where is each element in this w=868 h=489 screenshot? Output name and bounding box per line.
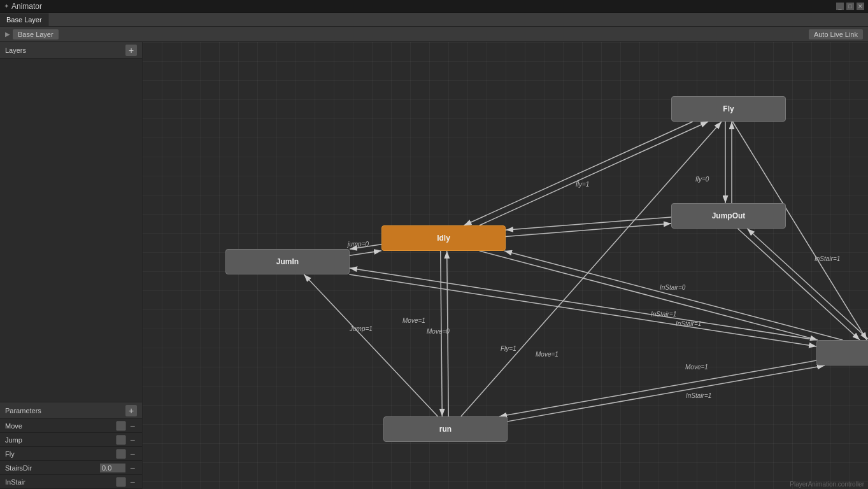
param-row-move: Move− (0, 419, 142, 433)
params-section: Parameters + Move−Jump−Fly−StairsDir−InS… (0, 402, 142, 489)
tab-base-layer-label: Base Layer (6, 16, 42, 24)
param-name-fly: Fly (5, 450, 114, 458)
close-button[interactable]: ✕ (857, 3, 864, 10)
param-minus-instair[interactable]: − (128, 478, 137, 486)
param-checkbox-jump[interactable] (117, 436, 125, 444)
svg-line-8 (350, 244, 381, 250)
param-checkbox-fly[interactable] (117, 450, 125, 458)
params-title: Parameters (5, 407, 125, 415)
svg-line-14 (504, 251, 843, 340)
param-value-stairsdir[interactable] (100, 464, 125, 472)
titlebar-controls: _ □ ✕ (836, 3, 864, 10)
svg-line-6 (506, 217, 671, 230)
svg-line-12 (508, 365, 825, 422)
main-layout: Layers + Parameters + Move−Jump−Fly−Stai… (0, 42, 868, 489)
svg-line-11 (461, 122, 722, 416)
param-minus-jump[interactable]: − (128, 436, 137, 444)
node-jumpout[interactable]: JumpOut (671, 203, 786, 229)
param-name-move: Move (5, 422, 114, 430)
footer-text: PlayerAnimation.controller (790, 481, 864, 488)
param-minus-stairsdir[interactable]: − (128, 464, 137, 472)
node-fly[interactable]: Fly (671, 96, 786, 122)
topbar: ▶ Base Layer Auto Live Link (0, 27, 868, 42)
node-idly[interactable]: Idly (381, 225, 506, 251)
left-panel: Layers + Parameters + Move−Jump−Fly−Stai… (0, 42, 143, 489)
svg-line-9 (441, 251, 443, 416)
layers-add-button[interactable]: + (125, 45, 137, 56)
node-run[interactable]: run (383, 416, 508, 442)
params-list: Move−Jump−Fly−StairsDir−InStair− (0, 419, 142, 489)
params-header: Parameters + (0, 402, 142, 419)
param-checkbox-move[interactable] (117, 422, 125, 430)
param-row-stairsdir: StairsDir− (0, 461, 142, 475)
svg-line-10 (447, 251, 449, 416)
node-jumin[interactable]: JumIn (225, 249, 350, 274)
param-minus-fly[interactable]: − (128, 450, 137, 458)
maximize-button[interactable]: □ (846, 3, 854, 10)
breadcrumb-arrow: ▶ (5, 31, 10, 38)
param-row-jump: Jump− (0, 433, 142, 447)
svg-line-5 (506, 223, 671, 236)
tab-base-layer[interactable]: Base Layer (0, 13, 49, 26)
svg-line-7 (350, 251, 381, 256)
footer: PlayerAnimation.controller (786, 479, 868, 489)
param-name-jump: Jump (5, 436, 114, 444)
param-name-instair: InStair (5, 478, 114, 486)
param-name-stairsdir: StairsDir (5, 464, 97, 472)
canvas-area[interactable]: FlyJumpOutIdlyJumInStairsrun fly=1fly=0j… (143, 42, 868, 489)
tabbar: Base Layer (0, 13, 868, 27)
svg-line-21 (732, 122, 867, 340)
titlebar: ✦ Animator _ □ ✕ (0, 0, 868, 13)
param-row-instair: InStair− (0, 475, 142, 489)
node-stairs[interactable]: Stairs (816, 340, 868, 365)
auto-live-link-button[interactable]: Auto Live Link (809, 29, 863, 39)
layers-title: Layers (5, 46, 125, 54)
minimize-button[interactable]: _ (836, 3, 844, 10)
params-add-button[interactable]: + (125, 405, 137, 416)
breadcrumb-base-layer[interactable]: Base Layer (13, 29, 59, 39)
param-minus-move[interactable]: − (128, 422, 137, 430)
svg-line-18 (349, 274, 816, 346)
breadcrumb-area: ▶ Base Layer (0, 29, 64, 39)
titlebar-title: Animator (11, 2, 42, 11)
svg-line-13 (499, 360, 816, 416)
svg-line-2 (464, 122, 692, 225)
param-checkbox-instair[interactable] (117, 478, 125, 486)
svg-line-20 (304, 274, 438, 416)
param-row-fly: Fly− (0, 447, 142, 461)
animator-icon: ✦ (4, 3, 9, 10)
svg-line-16 (747, 229, 868, 340)
layers-header: Layers + (0, 42, 142, 59)
